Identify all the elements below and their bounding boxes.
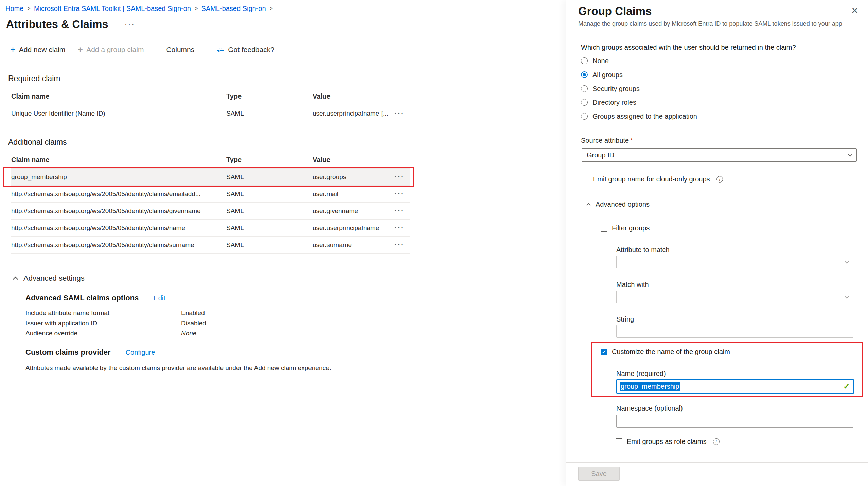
save-button[interactable]: Save <box>578 467 620 481</box>
col-value: Value <box>313 156 394 164</box>
panel-subtitle: Manage the group claims used by Microsof… <box>578 20 860 28</box>
page-title: Attributes & Claims <box>6 18 108 31</box>
plus-icon: + <box>77 46 83 53</box>
radio-directory-roles[interactable]: Directory roles <box>581 97 636 108</box>
radio-label: None <box>592 57 609 65</box>
advanced-settings-toggle[interactable]: Advanced settings <box>14 274 566 283</box>
attribute-to-match-select[interactable] <box>616 256 853 268</box>
add-group-claim-label: Add a group claim <box>86 46 144 54</box>
custom-provider-description: Attributes made available by the custom … <box>25 364 566 372</box>
row-menu-button[interactable]: ··· <box>394 190 410 198</box>
saml-option-row: Issuer with application ID Disabled <box>25 318 566 328</box>
saml-option-row: Include attribute name format Enabled <box>25 308 566 318</box>
info-icon[interactable]: i <box>713 438 720 445</box>
table-row[interactable]: http://schemas.xmlsoap.org/ws/2005/05/id… <box>11 186 410 203</box>
match-with-select[interactable] <box>616 291 853 303</box>
custom-provider-heading: Custom claims provider <box>25 348 111 357</box>
feedback-button[interactable]: Got feedback? <box>216 45 274 54</box>
match-with-label: Match with <box>616 281 649 289</box>
checkbox-label: Filter groups <box>612 224 650 232</box>
columns-button[interactable]: Columns <box>156 46 194 54</box>
string-input[interactable] <box>616 325 853 338</box>
breadcrumb-home[interactable]: Home <box>5 5 23 13</box>
attributes-claims-page: Home > Microsoft Entra SAML Toolkit | SA… <box>0 0 566 486</box>
claim-value: user.userprincipalname <box>313 224 394 232</box>
advanced-settings-label: Advanced settings <box>23 274 85 283</box>
row-menu-button[interactable]: ··· <box>394 207 410 215</box>
table-row[interactable]: http://schemas.xmlsoap.org/ws/2005/05/id… <box>11 220 410 237</box>
claim-value: user.userprincipalname [... <box>313 110 394 117</box>
customize-name-checkbox[interactable]: Customize the name of the group claim <box>601 348 730 356</box>
emit-group-name-checkbox[interactable]: Emit group name for cloud-only groups i <box>582 175 723 183</box>
info-icon[interactable]: i <box>716 176 723 183</box>
chevron-down-icon <box>845 294 849 299</box>
valid-check-icon: ✓ <box>843 382 850 391</box>
radio-none[interactable]: None <box>581 55 609 66</box>
page-more-button[interactable]: ··· <box>125 20 135 29</box>
add-new-claim-button[interactable]: + Add new claim <box>10 46 65 54</box>
namespace-label: Namespace (optional) <box>616 404 683 412</box>
col-type: Type <box>226 156 313 164</box>
claim-name: http://schemas.xmlsoap.org/ws/2005/05/id… <box>11 241 226 249</box>
required-asterisk: * <box>630 137 633 144</box>
namespace-input[interactable] <box>616 415 853 428</box>
col-claim-name: Claim name <box>11 156 226 164</box>
row-menu-button[interactable]: ··· <box>394 224 410 232</box>
radio-icon <box>581 113 588 120</box>
table-row[interactable]: http://schemas.xmlsoap.org/ws/2005/05/id… <box>11 203 410 220</box>
row-menu-button[interactable]: ··· <box>394 109 410 117</box>
radio-security-groups[interactable]: Security groups <box>581 83 640 94</box>
table-row[interactable]: http://schemas.xmlsoap.org/ws/2005/05/id… <box>11 237 410 254</box>
col-value: Value <box>313 92 394 100</box>
feedback-label: Got feedback? <box>228 46 274 54</box>
selected-text: group_membership <box>620 382 680 391</box>
add-new-claim-label: Add new claim <box>19 46 66 54</box>
radio-label: All groups <box>592 71 623 79</box>
radio-label: Directory roles <box>592 99 636 106</box>
claim-name: http://schemas.xmlsoap.org/ws/2005/05/id… <box>11 207 226 215</box>
attribute-to-match-label: Attribute to match <box>616 246 670 254</box>
breadcrumb-separator: > <box>194 5 198 12</box>
breadcrumb-saml-signon[interactable]: SAML-based Sign-on <box>201 5 266 13</box>
saml-options-header: Advanced SAML claims options Edit <box>25 294 566 302</box>
feedback-icon <box>216 45 225 54</box>
row-menu-button[interactable]: ··· <box>394 241 410 249</box>
configure-link[interactable]: Configure <box>126 349 155 357</box>
saml-options-heading: Advanced SAML claims options <box>25 294 139 302</box>
checkbox-checked-icon <box>601 349 607 355</box>
option-label: Issuer with application ID <box>25 318 181 328</box>
emit-roles-checkbox[interactable]: Emit groups as role claims i <box>616 438 720 446</box>
option-label: Include attribute name format <box>25 308 181 318</box>
checkbox-icon <box>582 176 588 183</box>
claim-value: user.mail <box>313 190 394 198</box>
radio-groups-assigned[interactable]: Groups assigned to the application <box>581 111 697 122</box>
checkbox-icon <box>616 438 622 445</box>
advanced-options-toggle[interactable]: Advanced options <box>587 201 650 208</box>
row-menu-button[interactable]: ··· <box>394 173 410 181</box>
breadcrumb-saml-toolkit[interactable]: Microsoft Entra SAML Toolkit | SAML-base… <box>34 5 191 13</box>
table-row[interactable]: Unique User Identifier (Name ID) SAML us… <box>11 105 410 122</box>
table-row-group-membership[interactable]: group_membership SAML user.groups ··· <box>11 169 410 186</box>
checkbox-label: Customize the name of the group claim <box>612 348 730 356</box>
source-attribute-select[interactable]: Group ID <box>582 148 857 162</box>
filter-groups-checkbox[interactable]: Filter groups <box>601 224 650 232</box>
group-claims-panel: Group Claims ✕ Manage the group claims u… <box>566 0 868 486</box>
groups-question: Which groups associated with the user sh… <box>581 44 796 51</box>
breadcrumb-separator: > <box>269 5 273 12</box>
table-header: Claim name Type Value <box>11 88 410 105</box>
claim-type: SAML <box>226 207 313 215</box>
edit-link[interactable]: Edit <box>154 294 165 302</box>
option-value: Disabled <box>181 318 566 328</box>
claim-type: SAML <box>226 224 313 232</box>
required-claim-heading: Required claim <box>8 74 566 83</box>
panel-footer-divider <box>566 462 868 463</box>
chevron-up-icon <box>586 203 591 207</box>
claim-type: SAML <box>226 190 313 198</box>
close-icon[interactable]: ✕ <box>851 5 858 16</box>
toolbar-divider <box>207 45 207 54</box>
add-group-claim-button[interactable]: + Add a group claim <box>77 46 144 54</box>
col-claim-name: Claim name <box>11 92 226 100</box>
claim-value: user.surname <box>313 241 394 249</box>
group-claim-name-input[interactable]: group_membership ✓ <box>616 379 854 394</box>
radio-all-groups[interactable]: All groups <box>581 69 623 80</box>
